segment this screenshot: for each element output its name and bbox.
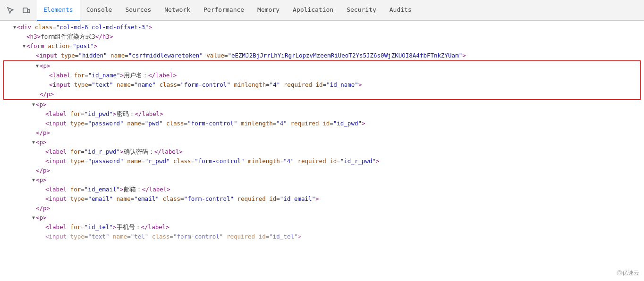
code-line: ▶ <h3>form组件渲染方式3</h3> — [0, 32, 644, 41]
code-line: ▼ <div class="col-md-6 col-md-offset-3"> — [0, 23, 644, 32]
collapse-triangle[interactable]: ▼ — [32, 100, 35, 109]
collapse-triangle[interactable]: ▼ — [13, 23, 16, 32]
code-line: ▶ <label for="id_pwd">密码：</label> — [0, 109, 644, 119]
code-line: ▶ <input type="email" name="email" class… — [0, 194, 644, 204]
code-line-label-name: ▶ <label for="id_name">用户名：</label> — [4, 71, 640, 80]
collapse-triangle[interactable]: ▼ — [36, 61, 39, 71]
tab-console[interactable]: Console — [80, 0, 119, 21]
code-line: ▼ <p> — [0, 213, 644, 223]
select-element-icon[interactable] — [4, 4, 17, 17]
tab-application[interactable]: Application — [286, 0, 340, 21]
highlighted-username-block: ▼ <p> ▶ <label for="id_name">用户名：</label… — [3, 60, 641, 100]
code-line: ▶ <input type="password" name="pwd" clas… — [0, 119, 644, 128]
devtools-icon-group — [0, 4, 37, 17]
code-line-p-close: ▶ </p> — [4, 90, 640, 99]
collapse-triangle[interactable]: ▼ — [23, 41, 25, 51]
tab-memory[interactable]: Memory — [251, 0, 286, 21]
svg-rect-1 — [28, 9, 30, 13]
svg-rect-0 — [23, 8, 27, 13]
collapse-triangle[interactable]: ▼ — [32, 138, 35, 147]
tab-network[interactable]: Network — [158, 0, 197, 21]
code-line: ▶ </p> — [0, 204, 644, 213]
tab-sources[interactable]: Sources — [119, 0, 158, 21]
code-line: ▶ </p> — [0, 128, 644, 138]
tab-elements[interactable]: Elements — [37, 0, 80, 21]
code-line: ▼ <p> — [0, 138, 644, 147]
tab-audits[interactable]: Audits — [383, 0, 418, 21]
tab-security[interactable]: Security — [340, 0, 383, 21]
code-line-input-name: ▶ <input type="text" name="name" class="… — [4, 80, 640, 90]
code-line: ▶ <label for="id_r_pwd">确认密码：</label> — [0, 147, 644, 157]
tab-performance[interactable]: Performance — [197, 0, 251, 21]
code-line: ▶ <input type="text" name="tel" class="f… — [0, 232, 644, 241]
code-line: ▶ <input type="password" name="r_pwd" cl… — [0, 157, 644, 166]
code-line: ▼ <form action="post"> — [0, 41, 644, 51]
code-line-p-open: ▼ <p> — [4, 61, 640, 71]
devtools-content-panel[interactable]: ▼ <div class="col-md-6 col-md-offset-3">… — [0, 21, 644, 281]
code-line: ▶ <label for="id_email">邮箱：</label> — [0, 185, 644, 194]
code-line: ▶ <input type="hidden" name="csrfmiddlew… — [0, 51, 644, 60]
code-line: ▶ <label for="id_tel">手机号：</label> — [0, 223, 644, 232]
code-line: ▼ <p> — [0, 100, 644, 109]
watermark: ◎亿速云 — [617, 269, 639, 277]
collapse-triangle[interactable]: ▼ — [32, 175, 35, 185]
code-line: ▶ </p> — [0, 166, 644, 175]
collapse-triangle[interactable]: ▼ — [32, 213, 35, 223]
device-toggle-icon[interactable] — [20, 4, 33, 17]
code-line: ▼ <p> — [0, 175, 644, 185]
devtools-tab-bar: Elements Console Sources Network Perform… — [0, 0, 644, 21]
